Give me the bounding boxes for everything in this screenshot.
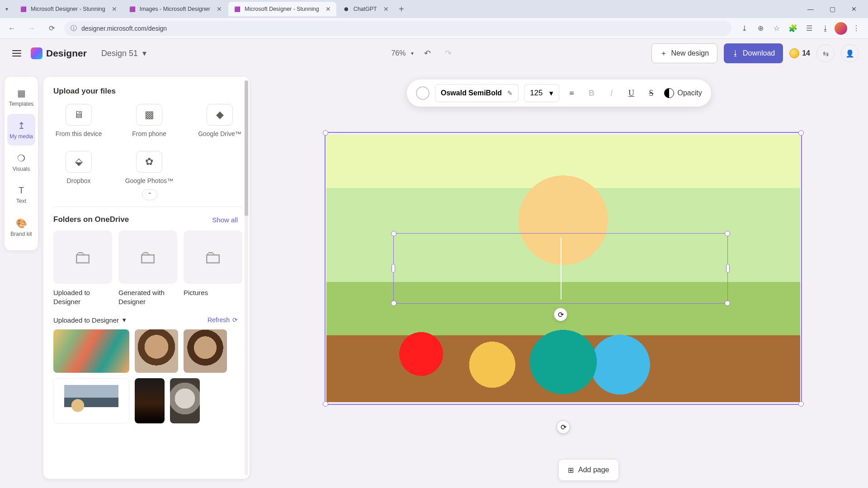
toolbar-actions: ⤓ ⊕ ☆ 🧩 ☰ ⭳ ⋮: [737, 21, 863, 36]
text-color-swatch[interactable]: [416, 86, 429, 100]
show-all-link[interactable]: Show all: [212, 216, 238, 224]
download-button[interactable]: ⭳ Download: [724, 43, 783, 63]
favicon-icon: 🟪: [234, 5, 241, 13]
font-size-picker[interactable]: 125 ▾: [524, 84, 559, 102]
account-button[interactable]: 👤: [841, 44, 859, 62]
media-thumbnail[interactable]: [135, 329, 178, 373]
rotate-handle[interactable]: ⟳: [557, 420, 570, 434]
tab-title: ChatGPT: [354, 6, 377, 12]
media-thumbnail[interactable]: [170, 378, 200, 423]
close-tab-icon[interactable]: ✕: [217, 5, 222, 13]
rail-item-visuals[interactable]: ❍ Visuals: [7, 146, 35, 178]
close-tab-icon[interactable]: ✕: [112, 5, 117, 13]
media-thumbnail[interactable]: [53, 329, 129, 373]
panel-scrollbar[interactable]: [245, 80, 248, 475]
media-thumbnail[interactable]: [53, 378, 129, 423]
redo-button[interactable]: ↷: [441, 46, 455, 61]
font-picker[interactable]: Oswald SemiBold ✎: [435, 84, 519, 102]
browser-tab-0[interactable]: 🟪 Microsoft Designer - Stunning ✕: [14, 2, 123, 16]
reading-list-icon[interactable]: ☰: [802, 21, 816, 36]
reload-button[interactable]: ⟳: [44, 21, 59, 36]
downloads-icon[interactable]: ⭳: [818, 21, 833, 36]
back-button[interactable]: ←: [5, 21, 19, 36]
upload-from-phone[interactable]: ▩ From phone: [124, 104, 175, 138]
resize-handle-br[interactable]: [725, 300, 730, 306]
undo-button[interactable]: ↶: [420, 46, 434, 61]
browser-tab-1[interactable]: 🟪 Images - Microsoft Designer ✕: [123, 2, 227, 16]
forward-button[interactable]: →: [24, 21, 39, 36]
divider: [53, 206, 241, 207]
gphotos-icon: ✿: [136, 151, 162, 173]
resize-handle-r[interactable]: [726, 264, 730, 273]
install-app-icon[interactable]: ⤓: [737, 21, 751, 36]
close-tab-icon[interactable]: ✕: [326, 5, 331, 13]
upload-from-device[interactable]: 🖥 From this device: [53, 104, 104, 138]
zoom-control[interactable]: 76% ▾: [391, 49, 414, 57]
uploads-dropdown[interactable]: Uploaded to Designer ▾: [53, 316, 126, 324]
new-design-button[interactable]: ＋ New design: [651, 43, 717, 63]
canvas[interactable]: ⟳ ⟳: [325, 132, 802, 405]
menu-button[interactable]: [9, 46, 24, 61]
resize-handle-br[interactable]: [798, 401, 804, 407]
align-button[interactable]: ≡: [565, 86, 579, 100]
maximize-button[interactable]: ▢: [822, 2, 843, 16]
address-bar[interactable]: ⓘ designer.microsoft.com/design: [64, 21, 731, 36]
opacity-button[interactable]: Opacity: [664, 88, 702, 98]
zoom-icon[interactable]: ⊕: [753, 21, 768, 36]
kebab-menu-icon[interactable]: ⋮: [849, 21, 863, 36]
upload-google-drive[interactable]: ◆ Google Drive™: [194, 104, 245, 138]
brand[interactable]: Designer: [31, 47, 87, 59]
rotate-handle[interactable]: ⟳: [554, 308, 567, 321]
rail-item-my-media[interactable]: ↥ My media: [7, 114, 35, 145]
rail-item-templates[interactable]: ▦ Templates: [7, 81, 35, 113]
coin-icon: [789, 48, 799, 58]
resize-handle-tl[interactable]: [391, 231, 396, 236]
rail-item-brand-kit[interactable]: 🎨 Brand kit: [7, 211, 35, 243]
close-window-button[interactable]: ✕: [844, 2, 864, 16]
folder-uploaded[interactable]: 🗀 Uploaded to Designer: [53, 230, 112, 306]
resize-handle-bl[interactable]: [391, 300, 396, 306]
credits-button[interactable]: 14: [789, 48, 810, 58]
textbox-selection-frame[interactable]: ⟳: [393, 233, 728, 304]
resize-handle-l[interactable]: [392, 264, 395, 273]
refresh-button[interactable]: Refresh ⟳: [208, 316, 238, 324]
close-tab-icon[interactable]: ✕: [383, 5, 389, 13]
bookmark-icon[interactable]: ☆: [769, 21, 784, 36]
profile-avatar[interactable]: [835, 22, 847, 35]
designer-app: Designer Design 51 ▾ 76% ▾ ↶ ↷ ＋ New des…: [0, 39, 868, 488]
rail-item-text[interactable]: T Text: [7, 179, 35, 211]
share-button[interactable]: ⇆: [816, 44, 835, 62]
minimize-button[interactable]: —: [800, 2, 821, 16]
site-info-icon[interactable]: ⓘ: [71, 24, 77, 33]
scrollbar-thumb[interactable]: [245, 80, 248, 216]
bold-button[interactable]: B: [585, 86, 599, 100]
resize-handle-tr[interactable]: [725, 231, 730, 236]
font-size-value: 125: [530, 89, 542, 98]
resize-handle-bl[interactable]: [323, 401, 328, 407]
media-thumbnail[interactable]: [135, 378, 165, 423]
tab-search-icon[interactable]: ▾: [4, 5, 10, 13]
tab-list-controls: ▾: [4, 5, 10, 13]
folders-header: Folders on OneDrive Show all: [53, 215, 246, 224]
upload-google-photos[interactable]: ✿ Google Photos™: [124, 151, 175, 185]
folder-pictures[interactable]: 🗀 Pictures: [184, 230, 242, 306]
add-page-button[interactable]: ⊞ Add page: [558, 459, 619, 481]
edit-icon: ✎: [507, 89, 513, 97]
folder-generated[interactable]: 🗀 Generated with Designer: [118, 230, 177, 306]
plus-square-icon: ⊞: [568, 466, 574, 474]
collapse-upload-section[interactable]: ⌃: [142, 189, 157, 200]
design-name-dropdown[interactable]: Design 51 ▾: [101, 48, 146, 58]
browser-tab-3[interactable]: ⬢ ChatGPT ✕: [337, 2, 394, 16]
qr-icon: ▩: [136, 104, 162, 126]
italic-button[interactable]: I: [604, 86, 619, 100]
underline-button[interactable]: U: [624, 86, 639, 100]
resize-handle-tl[interactable]: [323, 130, 328, 136]
media-thumbnail[interactable]: [184, 329, 227, 373]
extensions-icon[interactable]: 🧩: [786, 21, 800, 36]
strikethrough-button[interactable]: S: [644, 86, 659, 100]
browser-tab-2[interactable]: 🟪 Microsoft Designer - Stunning ✕: [228, 2, 336, 16]
new-tab-button[interactable]: +: [395, 3, 408, 15]
rail-label: Text: [16, 198, 26, 204]
resize-handle-tr[interactable]: [798, 130, 804, 136]
upload-dropbox[interactable]: ⬙ Dropbox: [53, 151, 104, 185]
